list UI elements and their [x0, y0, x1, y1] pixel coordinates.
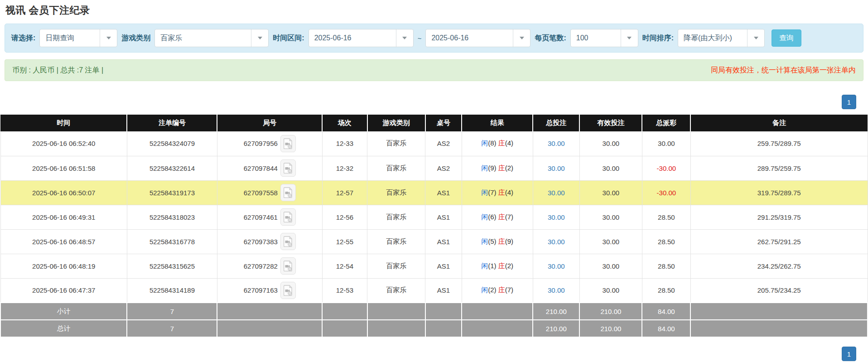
- chevron-down-icon: [513, 29, 530, 47]
- col-result: 结果: [462, 115, 533, 131]
- page-size-value: 100: [571, 29, 621, 47]
- bet-id: 522584318023: [127, 205, 217, 229]
- table-row: 2025-06-16 06:48:19 522584315625 6270972…: [0, 254, 868, 278]
- video-file-icon: [284, 236, 293, 247]
- total-bet-link[interactable]: 30.00: [548, 238, 565, 246]
- bet-time: 2025-06-16 06:51:58: [0, 156, 127, 180]
- col-bet-id: 注单编号: [127, 115, 217, 131]
- table-row: 2025-06-16 06:51:58 522584322614 6270978…: [0, 156, 868, 180]
- query-type-value: 日期查询: [40, 29, 100, 47]
- payout: 28.50: [642, 278, 690, 303]
- player-result: 闲: [481, 213, 488, 221]
- chevron-down-icon: [396, 29, 413, 47]
- game-category-select[interactable]: 百家乐: [154, 29, 269, 47]
- player-result: 闲: [481, 237, 488, 245]
- time-sort-label: 时间排序:: [642, 34, 674, 43]
- remark: 291.25/319.75: [690, 205, 868, 229]
- game-category: 百家乐: [367, 131, 425, 156]
- summary-bar: 币别 : 人民币 | 总共 :7 注单 | 同局有效投注，统一计算在该局第一张注…: [5, 59, 863, 81]
- total-bet-cell: 30.00: [533, 254, 579, 278]
- result-cell: 闲(9) 庄(2): [462, 156, 533, 180]
- banker-result: 庄: [498, 262, 505, 270]
- col-total-bet: 总投注: [533, 115, 579, 131]
- round-cell: 627097558: [217, 180, 322, 205]
- page-size-select[interactable]: 100: [570, 29, 638, 47]
- bet-id: 522584316778: [127, 229, 217, 254]
- col-game-category: 游戏类别: [367, 115, 425, 131]
- bet-time: 2025-06-16 06:49:31: [0, 205, 127, 229]
- total-bet-link[interactable]: 30.00: [548, 213, 565, 221]
- date-range-separator: ~: [418, 34, 422, 42]
- col-round-id: 局号: [217, 115, 322, 131]
- payout: 28.50: [642, 229, 690, 254]
- banker-result: 庄: [498, 188, 505, 196]
- col-time: 时间: [0, 115, 127, 131]
- chevron-down-icon: [251, 29, 268, 47]
- total-bet-link[interactable]: 30.00: [548, 262, 565, 270]
- query-button[interactable]: 查询: [772, 29, 801, 47]
- date-to-select[interactable]: 2025-06-16: [425, 29, 530, 47]
- time-sort-select[interactable]: 降幂(由大到小): [678, 29, 765, 47]
- bet-time: 2025-06-16 06:47:37: [0, 278, 127, 303]
- table-row: 2025-06-16 06:52:40 522584324079 6270979…: [0, 131, 868, 156]
- page-1-button[interactable]: 1: [842, 95, 856, 109]
- page-size-label: 每页笔数:: [535, 34, 566, 43]
- result-cell: 闲(6) 庄(7): [462, 205, 533, 229]
- result-cell: 闲(8) 庄(4): [462, 131, 533, 156]
- game-category: 百家乐: [367, 229, 425, 254]
- video-replay-button[interactable]: [280, 282, 296, 299]
- video-replay-button[interactable]: [280, 257, 296, 275]
- video-replay-button[interactable]: [280, 159, 296, 177]
- session: 12-33: [322, 131, 367, 156]
- total-valid-bet: 210.00: [579, 320, 642, 337]
- video-replay-button[interactable]: [280, 135, 296, 152]
- time-range-label: 时间区间:: [273, 34, 304, 43]
- payout: 28.50: [642, 254, 690, 278]
- payout: -30.00: [642, 180, 690, 205]
- total-bet-link[interactable]: 30.00: [548, 286, 565, 294]
- round-cell: 627097461: [217, 205, 322, 229]
- total-bet-cell: 30.00: [533, 131, 579, 156]
- table-row: 2025-06-16 06:47:37 522584314189 6270971…: [0, 278, 868, 303]
- player-result: 闲: [481, 286, 488, 294]
- table-header-row: 时间 注单编号 局号 场次 游戏类别 桌号 结果 总投注 有效投注 总派彩 备注: [0, 115, 868, 131]
- query-type-label: 请选择:: [11, 34, 35, 43]
- video-file-icon: [284, 138, 293, 149]
- session: 12-55: [322, 229, 367, 254]
- round-id: 627097282: [244, 262, 278, 270]
- remark: 234.25/262.75: [690, 254, 868, 278]
- total-bet-link[interactable]: 30.00: [548, 189, 565, 197]
- total-bet-link[interactable]: 30.00: [548, 164, 565, 172]
- result-cell: 闲(2) 庄(7): [462, 278, 533, 303]
- subtotal-payout: 84.00: [642, 303, 690, 320]
- currency-summary: 币别 : 人民币 | 总共 :7 注单 |: [12, 66, 103, 75]
- video-replay-button[interactable]: [280, 233, 296, 250]
- remark: 319.75/289.75: [690, 180, 868, 205]
- bet-id: 522584322614: [127, 156, 217, 180]
- table-row: 2025-06-16 06:50:07 522584319173 6270975…: [0, 180, 868, 205]
- valid-bet: 30.00: [579, 205, 642, 229]
- session: 12-56: [322, 205, 367, 229]
- video-replay-button[interactable]: [280, 208, 296, 226]
- payout: 28.50: [642, 205, 690, 229]
- game-category: 百家乐: [367, 205, 425, 229]
- time-sort-value: 降幂(由大到小): [678, 29, 747, 47]
- bet-id: 522584315625: [127, 254, 217, 278]
- round-id: 627097558: [244, 189, 278, 197]
- video-replay-button[interactable]: [280, 184, 296, 201]
- game-category: 百家乐: [367, 156, 425, 180]
- video-file-icon: [284, 212, 293, 222]
- page-1-button[interactable]: 1: [842, 347, 856, 361]
- banker-result: 庄: [498, 286, 505, 294]
- total-bet-cell: 30.00: [533, 205, 579, 229]
- round-cell: 627097844: [217, 156, 322, 180]
- query-type-select[interactable]: 日期查询: [39, 29, 117, 47]
- date-from-select[interactable]: 2025-06-16: [309, 29, 414, 47]
- total-bet-link[interactable]: 30.00: [548, 140, 565, 147]
- total-payout: 84.00: [642, 320, 690, 337]
- table-number: AS1: [425, 205, 462, 229]
- banker-result: 庄: [498, 164, 505, 172]
- table-body: 2025-06-16 06:52:40 522584324079 6270979…: [0, 131, 868, 303]
- col-remark: 备注: [690, 115, 868, 131]
- valid-bet: 30.00: [579, 254, 642, 278]
